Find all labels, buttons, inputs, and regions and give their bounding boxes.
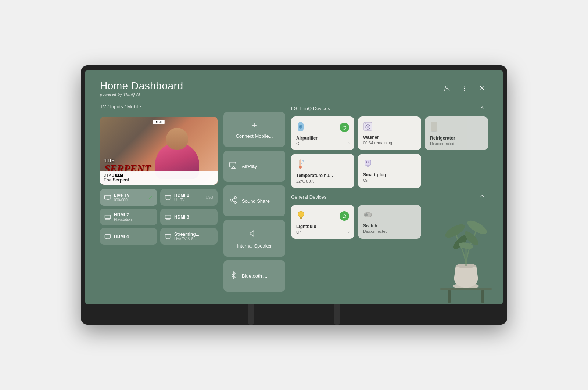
svg-point-33 — [299, 166, 302, 169]
svg-point-26 — [367, 126, 369, 128]
svg-rect-6 — [105, 195, 111, 199]
svg-line-18 — [232, 198, 234, 200]
plus-icon: + — [252, 120, 257, 130]
close-button[interactable] — [476, 82, 488, 94]
channel-info: DTV 1 BBC The Serpent — [100, 171, 218, 185]
tv-stand — [85, 304, 503, 325]
header-icons — [441, 82, 488, 94]
sound-share-icon — [229, 196, 237, 206]
channel-line: DTV 1 BBC — [104, 173, 214, 177]
input-streaming[interactable]: Streaming... Live TV & St... — [160, 228, 218, 245]
general-section-label: General Devices — [291, 194, 326, 200]
device-airpurifier[interactable]: Airpurifier On › — [291, 116, 354, 150]
tv-leg-left — [248, 304, 254, 325]
device-washer[interactable]: Washer 00:34 remaining — [358, 116, 421, 150]
device-smart-plug[interactable]: Smart plug On — [358, 154, 421, 188]
lightbulb-name: Lightbulb — [296, 224, 349, 229]
main-layout: TV / Inputs / Mobile BBC THE — [100, 104, 488, 292]
svg-rect-10 — [165, 215, 171, 218]
device-switch[interactable]: Switch Disconnected — [358, 205, 421, 239]
subtitle-brand: ThinQ AI — [123, 93, 140, 97]
refrigerator-status: Disconnected — [430, 141, 483, 146]
lightbulb-power-btn[interactable] — [340, 211, 349, 221]
input-live-tv[interactable]: Live TV 000-000 ✓ — [100, 189, 157, 206]
washer-icon — [363, 122, 373, 133]
tv-leg-right — [334, 304, 340, 325]
tv-outer: Home Dashboard powered by ThinQ AI — [81, 65, 507, 325]
device-icon-row — [363, 210, 416, 221]
more-button[interactable] — [459, 82, 470, 94]
svg-rect-39 — [369, 161, 370, 163]
device-icon-row — [363, 159, 416, 170]
svg-point-2 — [464, 88, 465, 89]
channel-number: DTV 1 — [104, 173, 114, 177]
device-icon-row — [296, 122, 349, 133]
page-title: Home Dashboard — [100, 80, 183, 92]
svg-point-23 — [300, 126, 301, 127]
connect-mobile-card[interactable]: + Connect Mobile... — [223, 112, 285, 147]
svg-point-3 — [464, 90, 465, 91]
washer-status: 00:34 remaining — [363, 141, 416, 145]
svg-rect-31 — [433, 127, 433, 129]
live-tv-icon — [104, 195, 111, 200]
sound-share-card[interactable]: Sound Share — [223, 185, 285, 217]
subtitle-text: powered by — [100, 93, 122, 97]
svg-rect-11 — [105, 234, 111, 238]
switch-status: Disconnected — [363, 229, 416, 234]
lightbulb-status: On — [296, 230, 349, 234]
thinq-collapse-button[interactable] — [476, 104, 488, 113]
input-info: HDMI 4 — [114, 234, 129, 239]
header-title-block: Home Dashboard powered by ThinQ AI — [100, 80, 183, 97]
svg-point-36 — [302, 160, 304, 162]
svg-rect-37 — [365, 160, 371, 165]
svg-marker-13 — [232, 166, 235, 169]
input-hdmi1[interactable]: HDMI 1 U+ TV USB — [160, 189, 218, 206]
bbc-badge: BBC — [115, 174, 123, 177]
thinq-section: LG ThinQ Devices — [291, 104, 488, 188]
svg-rect-41 — [300, 217, 302, 218]
connect-mobile-label: Connect Mobile... — [236, 133, 273, 139]
switch-name: Switch — [363, 223, 416, 228]
tv-section-label: TV / Inputs / Mobile — [100, 104, 218, 109]
bluetooth-card[interactable]: Bluetooth ... — [223, 260, 285, 292]
internal-speaker-label: Internal Speaker — [237, 243, 272, 249]
svg-rect-32 — [300, 160, 301, 166]
device-temp-humidity[interactable]: Temperature hu... 22℃ 80% — [291, 154, 354, 188]
temp-humidity-status: 22℃ 80% — [296, 179, 349, 184]
profile-button[interactable] — [441, 82, 453, 94]
thinq-section-label: LG ThinQ Devices — [291, 106, 330, 111]
internal-speaker-card[interactable]: Internal Speaker — [223, 220, 285, 257]
airpurifier-power-btn[interactable] — [340, 123, 349, 132]
tv-preview[interactable]: BBC THE SERPENT — [100, 117, 218, 185]
show-name: The Serpent — [104, 177, 214, 183]
device-icon-row — [363, 122, 416, 133]
svg-rect-42 — [300, 218, 302, 219]
airpurifier-status: On — [296, 141, 349, 146]
svg-rect-48 — [448, 290, 451, 303]
device-lightbulb[interactable]: Lightbulb On › — [291, 205, 354, 239]
streaming-icon — [165, 234, 171, 239]
svg-rect-27 — [365, 123, 366, 124]
svg-point-44 — [365, 213, 368, 216]
check-icon: ✓ — [148, 195, 153, 201]
tv-screen: Home Dashboard powered by ThinQ AI — [85, 70, 503, 304]
temp-humidity-icon — [296, 159, 304, 171]
input-hdmi2[interactable]: HDMI 2 Playstation — [100, 209, 157, 225]
lightbulb-icon — [296, 210, 306, 222]
header-subtitle: powered by ThinQ AI — [100, 93, 183, 97]
svg-line-17 — [232, 201, 234, 202]
airplay-icon — [229, 161, 237, 171]
input-hdmi3[interactable]: HDMI 3 — [160, 209, 218, 225]
left-column: TV / Inputs / Mobile BBC THE — [100, 104, 218, 292]
general-collapse-button[interactable] — [476, 192, 488, 201]
bluetooth-icon — [229, 271, 237, 281]
svg-rect-30 — [433, 123, 433, 125]
airplay-card[interactable]: AirPlay — [223, 151, 285, 182]
input-hdmi4[interactable]: HDMI 4 — [100, 228, 157, 245]
input-grid: Live TV 000-000 ✓ HDMI 1 — [100, 189, 218, 245]
svg-rect-9 — [105, 215, 111, 218]
device-refrigerator[interactable]: Refrigerator Disconnected — [425, 116, 488, 150]
input-info: HDMI 1 U+ TV — [174, 193, 189, 202]
switch-icon — [363, 210, 373, 221]
thinq-section-header: LG ThinQ Devices — [291, 104, 488, 113]
